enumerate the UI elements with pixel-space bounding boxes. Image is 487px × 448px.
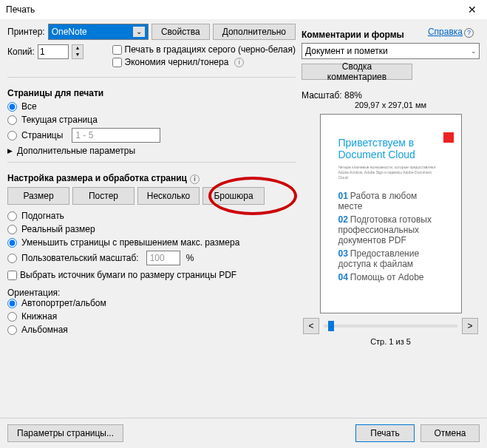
preview-item: 03Предоставление доступа к файлам — [338, 248, 443, 269]
more-options-toggle[interactable]: ▶Дополнительные параметры — [7, 146, 296, 156]
info-icon: i — [190, 174, 200, 184]
copies-stepper[interactable]: ▲▼ — [72, 44, 84, 59]
paper-source-checkbox[interactable]: Выбрать источник бумаги по размеру стран… — [7, 270, 296, 280]
copies-label: Копий: — [7, 47, 35, 57]
chevron-down-icon: ⌄ — [471, 47, 477, 55]
next-page-button[interactable]: > — [462, 318, 478, 334]
custom-scale-input[interactable] — [146, 251, 180, 265]
pages-title: Страницы для печати — [7, 88, 296, 98]
sizing-title: Настройка размера и обработка страницi — [7, 173, 296, 184]
print-button[interactable]: Печать — [355, 424, 415, 442]
tab-multiple[interactable]: Несколько — [137, 187, 200, 205]
scale-label: Масштаб: 88% — [302, 90, 480, 101]
summarize-button[interactable]: Сводка комментариев — [302, 64, 412, 80]
orientation-label: Ориентация: — [7, 288, 296, 298]
tab-poster[interactable]: Постер — [72, 187, 134, 205]
window-title: Печать — [6, 4, 463, 15]
help-icon: ? — [464, 28, 474, 38]
preview-heading: Приветствуем в Document Cloud — [338, 137, 443, 160]
pages-current-radio[interactable]: Текущая страница — [7, 115, 296, 125]
tab-booklet[interactable]: Брошюра — [202, 187, 265, 205]
shrink-radio[interactable]: Уменьшить страницы с превышением макс. р… — [7, 237, 296, 248]
orient-landscape-radio[interactable]: Альбомная — [7, 325, 296, 335]
orient-portrait-radio[interactable]: Книжная — [7, 311, 296, 322]
advanced-button[interactable]: Дополнительно — [213, 24, 296, 40]
fit-radio[interactable]: Подогнать — [7, 211, 296, 221]
page-preview: Приветствуем в Document Cloud Четыре клю… — [320, 114, 462, 313]
ink-checkbox[interactable]: Экономия чернил/тонераi — [112, 57, 296, 67]
printer-label: Принтер: — [7, 27, 45, 37]
help-link[interactable]: Справка? — [428, 27, 474, 38]
prev-page-button[interactable]: < — [303, 318, 319, 334]
page-indicator: Стр. 1 из 5 — [302, 337, 480, 346]
printer-select[interactable]: OneNote⌄ — [48, 24, 149, 40]
pages-range-input[interactable] — [72, 128, 160, 143]
adobe-logo-icon — [443, 132, 454, 143]
preview-item: 04Помощь от Adobe — [338, 272, 443, 282]
close-icon[interactable]: ✕ — [463, 4, 481, 16]
page-setup-button[interactable]: Параметры страницы... — [7, 424, 123, 442]
copies-input[interactable] — [38, 44, 69, 59]
tab-size[interactable]: Размер — [7, 187, 69, 205]
info-icon: i — [234, 58, 244, 67]
page-slider[interactable] — [324, 325, 457, 327]
comments-select[interactable]: Документ и пометки⌄ — [302, 43, 480, 59]
custom-scale-radio[interactable]: Пользовательский масштаб: % — [7, 251, 296, 265]
cancel-button[interactable]: Отмена — [420, 424, 480, 442]
properties-button[interactable]: Свойства — [151, 24, 210, 40]
orient-auto-radio[interactable]: Автопортрет/альбом — [7, 298, 296, 308]
grayscale-checkbox[interactable]: Печать в градациях серого (черно-белая) — [112, 44, 296, 55]
pages-all-radio[interactable]: Все — [7, 101, 296, 112]
preview-item: 02Подготовка готовых профессиональных до… — [338, 214, 443, 245]
paper-size-label: 209,97 x 297,01 мм — [302, 101, 480, 109]
pages-range-radio[interactable]: Страницы — [7, 128, 296, 143]
chevron-down-icon[interactable]: ⌄ — [133, 27, 145, 37]
preview-sub: Четыре ключевые возможности, которые пре… — [338, 165, 443, 180]
actual-radio[interactable]: Реальный размер — [7, 224, 296, 234]
preview-item: 01Работа в любом месте — [338, 191, 443, 211]
